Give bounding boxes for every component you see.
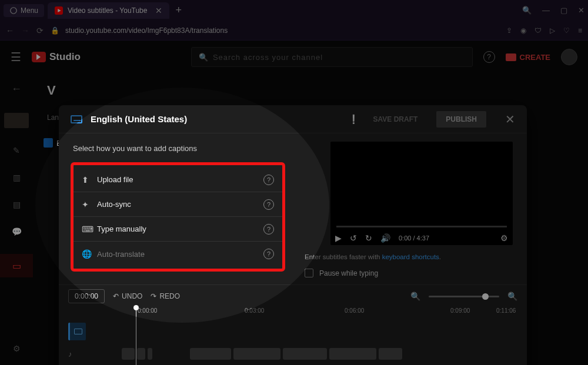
waveform-segment xyxy=(329,348,376,360)
zoom-out-icon[interactable]: 🔍 xyxy=(410,292,420,301)
browser-menu-button[interactable]: Menu xyxy=(4,4,44,17)
waveform-segment xyxy=(122,348,135,360)
timecode-input[interactable]: 0:00:00 xyxy=(68,289,105,303)
caption-chip-icon xyxy=(74,329,82,334)
video-scrubber[interactable] xyxy=(336,226,507,227)
option-manual-label: Type manually xyxy=(97,225,146,233)
rail-editor-icon[interactable]: ▤ xyxy=(13,200,21,209)
video-player[interactable]: ▶ ↺ ↻ 🔊 0:00 / 4:37 ⚙ xyxy=(330,142,513,245)
address-bar: ← → ⟳ 🔒 studio.youtube.com/video/ImgF6pb… xyxy=(0,21,588,41)
ruler-mark-11: 0:11:06 xyxy=(496,307,516,314)
tab-close-icon[interactable]: ✕ xyxy=(155,6,162,15)
option-autosync-label: Auto-sync xyxy=(97,200,131,209)
forward-icon[interactable]: ↻ xyxy=(365,233,372,243)
browser-menu-label: Menu xyxy=(21,6,38,15)
player-settings-icon[interactable]: ⚙ xyxy=(500,233,508,243)
lock-icon: 🔒 xyxy=(51,26,59,35)
tab-title: Video subtitles - YouTube xyxy=(68,6,147,15)
more-ext-icon[interactable]: ≡ xyxy=(578,26,582,35)
rail-analytics-icon[interactable]: ▥ xyxy=(13,173,21,182)
search-placeholder: Search across your channel xyxy=(213,53,323,62)
share-icon[interactable]: ⇪ xyxy=(506,26,512,35)
undo-label: UNDO xyxy=(122,292,142,300)
panel-language-title: English (United States) xyxy=(91,114,187,124)
help-icon[interactable]: ? xyxy=(483,51,495,63)
page-title: V xyxy=(47,83,56,98)
browser-tab[interactable]: Video subtitles - YouTube ✕ xyxy=(48,2,169,19)
help-autotranslate-icon[interactable]: ? xyxy=(263,249,274,259)
left-rail: ← ✎ ▥ ▤ 💬 ▭ ⚙ xyxy=(0,73,33,365)
help-upload-icon[interactable]: ? xyxy=(263,175,274,185)
waveform-segment xyxy=(148,348,152,360)
window-close-icon[interactable]: ✕ xyxy=(578,6,584,15)
screenshot-icon[interactable]: ◉ xyxy=(520,26,526,35)
save-draft-button[interactable]: SAVE DRAFT xyxy=(373,115,418,123)
ruler-mark-0: 0:00:00 xyxy=(138,307,157,314)
new-tab-button[interactable]: + xyxy=(175,4,182,16)
rail-comments-icon[interactable]: 💬 xyxy=(12,227,22,236)
avatar[interactable] xyxy=(561,49,577,65)
browser-search-icon[interactable]: 🔍 xyxy=(522,6,532,15)
search-input[interactable]: 🔍 Search across your channel xyxy=(191,47,473,67)
redo-label: REDO xyxy=(159,292,180,300)
option-type-manually[interactable]: ⌨ Type manually ? xyxy=(74,217,282,242)
zoom-in-icon[interactable]: 🔍 xyxy=(507,292,517,301)
create-button[interactable]: CREATE xyxy=(506,53,550,62)
language-column-header: Lan xyxy=(47,113,59,122)
help-manual-icon[interactable]: ? xyxy=(263,224,274,235)
help-autosync-icon[interactable]: ? xyxy=(263,199,274,210)
zoom-slider[interactable] xyxy=(429,296,499,297)
forward-button[interactable]: → xyxy=(21,26,29,35)
rail-subtitles-active[interactable]: ▭ xyxy=(0,254,33,277)
heart-icon[interactable]: ♡ xyxy=(563,26,570,35)
feedback-icon[interactable]: ❕ xyxy=(348,114,359,125)
waveform-segment xyxy=(233,348,280,360)
search-icon: 🔍 xyxy=(199,53,208,62)
option-upload-file[interactable]: ⬆ Upload file ? xyxy=(74,168,282,192)
waveform-segment xyxy=(283,348,327,360)
studio-logo[interactable]: Studio xyxy=(32,51,81,63)
url-display[interactable]: 🔒 studio.youtube.com/video/ImgF6pbt83A/t… xyxy=(51,26,228,35)
shield-icon[interactable]: 🛡 xyxy=(534,26,542,35)
pause-while-typing-row[interactable]: Pause while typing xyxy=(305,269,513,277)
caption-track-chip[interactable] xyxy=(68,323,86,340)
waveform-segment xyxy=(379,348,402,360)
language-marker-icon xyxy=(44,138,53,148)
window-minimize-icon[interactable]: — xyxy=(542,6,550,15)
rail-back-icon[interactable]: ← xyxy=(11,83,22,95)
play-icon[interactable]: ▶ xyxy=(335,233,342,243)
volume-icon[interactable]: 🔊 xyxy=(380,233,390,243)
publish-button[interactable]: PUBLISH xyxy=(436,111,486,128)
keyboard-shortcuts-link[interactable]: keyboard shortcuts xyxy=(382,253,439,260)
rewind-icon[interactable]: ↺ xyxy=(350,233,357,243)
option-auto-translate[interactable]: 🌐 Auto-translate ? xyxy=(74,242,282,266)
hamburger-icon[interactable]: ☰ xyxy=(11,50,21,64)
option-auto-sync[interactable]: ✦ Auto-sync ? xyxy=(74,192,282,217)
caption-track[interactable] xyxy=(59,322,517,341)
rail-details-icon[interactable]: ✎ xyxy=(13,146,20,155)
titlebar: Menu Video subtitles - YouTube ✕ + 🔍 — ▢… xyxy=(0,0,588,21)
reload-button[interactable]: ⟳ xyxy=(36,26,44,35)
keyboard-icon: ⌨ xyxy=(82,225,97,234)
pause-label: Pause while typing xyxy=(319,269,378,277)
waveform-segment xyxy=(190,348,231,360)
create-label: CREATE xyxy=(520,53,550,62)
video-thumbnail[interactable] xyxy=(4,113,29,128)
back-button[interactable]: ← xyxy=(6,26,14,35)
option-upload-label: Upload file xyxy=(97,175,133,184)
audio-track[interactable]: ♪ xyxy=(68,344,517,364)
timeline-toolbar: 0:00:00 ↶ UNDO ↷ REDO 🔍 🔍 xyxy=(59,285,527,307)
window-maximize-icon[interactable]: ▢ xyxy=(560,6,567,15)
redo-button[interactable]: ↷ REDO xyxy=(151,292,180,300)
pause-checkbox[interactable] xyxy=(305,269,313,277)
ruler-mark-6: 0:06:00 xyxy=(345,307,364,314)
caption-method-column: Select how you want to add captions ⬆ Up… xyxy=(59,133,300,277)
play-ext-icon[interactable]: ▷ xyxy=(550,26,555,35)
rail-settings-icon[interactable]: ⚙ xyxy=(13,344,21,353)
panel-close-icon[interactable]: ✕ xyxy=(505,112,515,126)
undo-button[interactable]: ↶ UNDO xyxy=(113,292,142,300)
cc-icon: ▭ xyxy=(12,260,21,272)
studio-content: ☰ Studio 🔍 Search across your channel ? … xyxy=(0,41,588,365)
youtube-favicon-icon xyxy=(55,6,63,15)
subtitle-editor-panel: English (United States) ❕ SAVE DRAFT PUB… xyxy=(59,105,527,365)
